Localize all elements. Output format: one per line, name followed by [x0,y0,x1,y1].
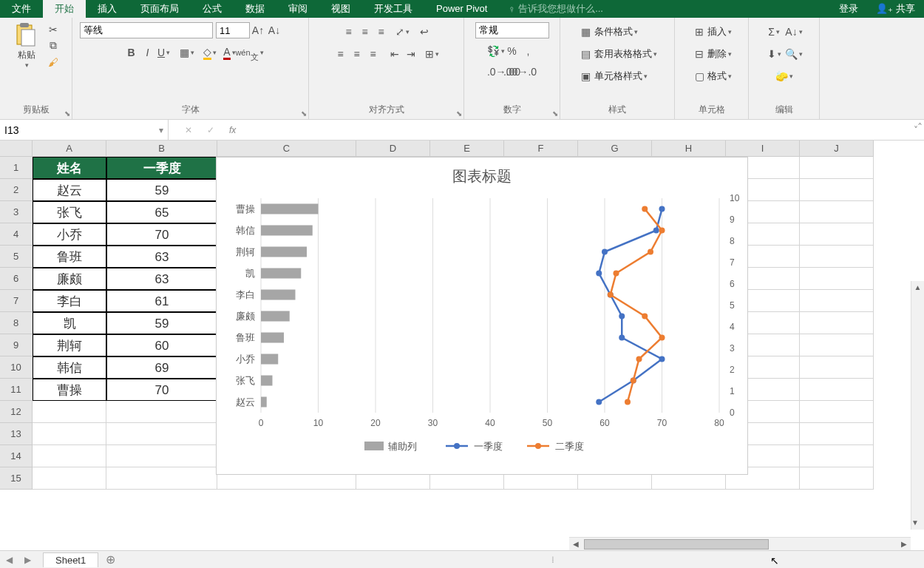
dialog-launcher-icon[interactable]: ⬊ [64,109,70,118]
cell[interactable]: 赵云 [33,179,106,201]
dialog-launcher-icon[interactable]: ⬊ [301,109,307,118]
underline-icon[interactable]: U▾ [157,45,171,60]
cell[interactable] [800,467,874,490]
align-right-icon[interactable]: ≡ [366,47,381,61]
decrease-decimal-icon[interactable]: .00→.0 [513,64,528,79]
cell[interactable] [33,467,106,490]
cell[interactable] [106,445,217,467]
tab-file[interactable]: 文件 [0,0,43,18]
scroll-right-icon[interactable]: ▶ [897,540,911,548]
format-painter-icon[interactable]: 🖌 [46,55,61,70]
sheet-nav-prev-icon[interactable]: ◀ [0,555,18,565]
sheet-nav-next-icon[interactable]: ▶ [18,555,37,565]
row-header[interactable]: 4 [0,223,33,246]
cell[interactable] [800,201,874,223]
cell[interactable]: 63 [106,268,217,290]
cell[interactable] [800,401,874,423]
row-header[interactable]: 12 [0,401,33,423]
enter-formula-icon[interactable]: ✓ [207,125,214,135]
fx-icon[interactable]: fx [229,125,236,135]
row-header[interactable]: 11 [0,379,33,401]
login-button[interactable]: 登录 [830,0,867,18]
cell[interactable] [800,379,874,401]
cell[interactable] [800,268,874,290]
cell[interactable] [800,157,874,179]
cell[interactable]: 张飞 [33,201,106,223]
cell[interactable] [800,356,874,379]
cells-format-button[interactable]: ▢格式▾ [688,65,735,87]
tab-data[interactable]: 数据 [234,0,276,18]
tab-view[interactable]: 视图 [319,0,362,18]
row-header[interactable]: 8 [0,312,33,334]
cells-insert-button[interactable]: ⊞插入▾ [688,21,735,43]
row-header[interactable]: 1 [0,157,33,179]
font-size-select[interactable] [216,22,250,38]
cell[interactable]: 韩信 [33,356,106,379]
cell[interactable] [33,445,106,467]
column-header[interactable]: E [430,141,504,157]
cell[interactable]: 61 [106,290,217,312]
phonetic-icon[interactable]: wén文▾ [242,45,257,60]
formula-input[interactable] [258,124,902,135]
row-header[interactable]: 2 [0,179,33,201]
cancel-formula-icon[interactable]: ✕ [185,125,192,135]
percent-icon[interactable]: % [505,44,520,58]
increase-indent-icon[interactable]: ⇥ [404,47,418,61]
orientation-icon[interactable]: ⤢▾ [395,24,410,39]
find-icon[interactable]: 🔍▾ [787,47,801,61]
cell[interactable]: 63 [106,246,217,268]
tab-home[interactable]: 开始 [43,0,86,18]
cell[interactable]: 一季度 [106,157,217,179]
table-format-button[interactable]: ▤套用表格格式▾ [575,43,660,65]
align-left-icon[interactable]: ≡ [333,47,348,61]
scroll-thumb[interactable] [584,539,769,550]
cells-delete-button[interactable]: ⊟删除▾ [688,43,735,65]
cell[interactable] [800,334,874,356]
column-header[interactable]: B [106,141,217,157]
tab-layout[interactable]: 页面布局 [129,0,191,18]
cell[interactable] [800,312,874,334]
cell[interactable] [800,223,874,246]
tab-splitter[interactable]: ⁞ [551,555,924,565]
row-header[interactable]: 7 [0,290,33,312]
align-bottom-icon[interactable]: ≡ [374,24,389,39]
column-header[interactable]: D [356,141,430,157]
copy-icon[interactable]: ⧉ [46,38,61,53]
cell[interactable]: 59 [106,312,217,334]
cell[interactable] [800,179,874,201]
row-header[interactable]: 3 [0,201,33,223]
clear-icon[interactable]: 🧽▾ [777,69,792,84]
name-box-input[interactable] [4,124,159,136]
decrease-indent-icon[interactable]: ⇤ [387,47,402,61]
cell[interactable]: 李白 [33,290,106,312]
increase-font-icon[interactable]: A↑ [251,23,265,38]
row-header[interactable]: 14 [0,445,33,467]
vertical-scrollbar[interactable]: ▲ ▼ [911,281,924,530]
cell[interactable]: 荆轲 [33,334,106,356]
merge-icon[interactable]: ⊞▾ [425,47,440,61]
italic-icon[interactable]: I [140,45,155,60]
fill-color-icon[interactable]: ◇▾ [203,45,217,60]
cell[interactable]: 70 [106,379,217,401]
cell[interactable]: 凯 [33,312,106,334]
tab-insert[interactable]: 插入 [86,0,129,18]
autosum-icon[interactable]: Σ▾ [767,24,781,39]
cell[interactable] [33,401,106,423]
horizontal-scrollbar[interactable]: ◀ ▶ [569,537,911,550]
cell[interactable]: 59 [106,179,217,201]
decrease-font-icon[interactable]: A↓ [267,23,282,38]
cell-style-button[interactable]: ▣单元格样式▾ [575,65,650,87]
cell[interactable]: 70 [106,223,217,246]
font-name-select[interactable] [80,22,213,38]
cell[interactable]: 60 [106,334,217,356]
tab-pivot[interactable]: Power Pivot [424,0,499,18]
align-middle-icon[interactable]: ≡ [358,24,373,39]
column-header[interactable]: J [800,141,874,157]
cut-icon[interactable]: ✂ [46,22,61,37]
sort-filter-icon[interactable]: A↓▾ [787,24,801,39]
border-icon[interactable]: ▦▾ [180,45,194,60]
cell[interactable]: 曹操 [33,379,106,401]
wrap-text-icon[interactable]: ↩ [417,24,432,39]
tab-review[interactable]: 审阅 [276,0,319,18]
cell[interactable]: 69 [106,356,217,379]
